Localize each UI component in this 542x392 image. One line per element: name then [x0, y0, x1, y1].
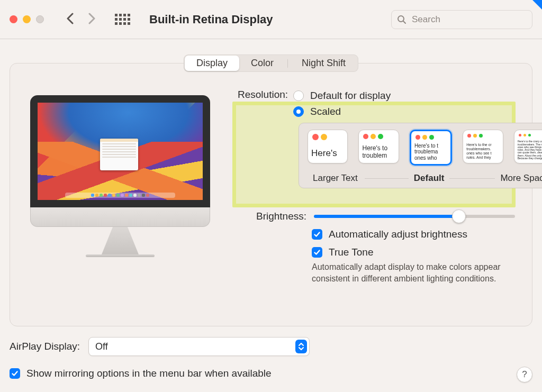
checkbox-show-mirroring[interactable]	[10, 368, 20, 379]
checkbox-true-tone-label: True Tone	[329, 247, 374, 258]
select-stepper-icon	[295, 340, 307, 353]
window-toolbar: Built-in Retina Display	[0, 0, 542, 39]
search-icon	[397, 15, 406, 24]
checkbox-auto-brightness-label: Automatically adjust brightness	[329, 229, 467, 240]
scale-label-larger: Larger Text	[308, 173, 363, 184]
scale-option-5[interactable]: Here's to the crazy one troublemakers. T…	[514, 130, 542, 163]
true-tone-help-text: Automatically adapt display to make colo…	[312, 261, 508, 284]
minimize-window-button[interactable]	[23, 15, 31, 23]
airplay-display-value: Off	[95, 341, 108, 352]
tab-night-shift[interactable]: Night Shift	[290, 56, 357, 71]
checkbox-true-tone[interactable]	[312, 247, 322, 258]
checkbox-show-mirroring-label: Show mirroring options in the menu bar w…	[26, 368, 272, 379]
settings-panel: Resolution: Default for display Scaled	[10, 63, 532, 326]
scale-label-default: Default	[409, 173, 450, 184]
scale-label-more-space: More Space	[495, 173, 542, 184]
scale-option-3-selected[interactable]: Here's to t troublema ones who	[410, 130, 452, 166]
help-button[interactable]: ?	[517, 367, 532, 382]
search-field-wrapper[interactable]	[391, 10, 532, 29]
scale-option-4[interactable]: Here's to the cr troublemakers. ones who…	[463, 130, 503, 163]
scale-option-2[interactable]: Here's to troublem	[358, 130, 399, 163]
fullscreen-window-button[interactable]	[36, 15, 44, 23]
forward-button[interactable]	[88, 13, 96, 26]
tab-separator	[287, 59, 288, 68]
brightness-slider-knob[interactable]	[452, 209, 466, 223]
window-title: Built-in Retina Display	[149, 13, 273, 26]
tab-color[interactable]: Color	[239, 56, 285, 71]
radio-default-for-display[interactable]	[293, 90, 304, 101]
airplay-display-select[interactable]: Off	[88, 337, 310, 356]
radio-scaled-label: Scaled	[310, 106, 341, 117]
search-input[interactable]	[411, 14, 527, 25]
show-all-prefs-button[interactable]	[115, 14, 130, 25]
page-corner-decoration	[532, 0, 542, 10]
brightness-label: Brightness:	[238, 211, 312, 222]
tab-display[interactable]: Display	[185, 56, 239, 71]
window-traffic-lights	[10, 15, 44, 23]
svg-line-1	[403, 21, 405, 23]
help-icon: ?	[522, 369, 527, 380]
tab-bar: Display Color Night Shift	[184, 54, 358, 72]
back-button[interactable]	[66, 13, 74, 26]
airplay-display-label: AirPlay Display:	[10, 341, 80, 352]
resolution-label: Resolution:	[238, 88, 293, 101]
close-window-button[interactable]	[10, 15, 17, 23]
radio-scaled[interactable]	[293, 106, 304, 117]
display-preview	[30, 95, 210, 257]
checkbox-auto-brightness[interactable]	[312, 229, 322, 240]
scaled-resolution-picker: Here's Here's to troublem Here's to t tr…	[299, 123, 542, 188]
brightness-slider[interactable]	[314, 215, 515, 218]
scale-option-1[interactable]: Here's	[308, 130, 348, 163]
radio-default-for-display-label: Default for display	[310, 90, 391, 102]
